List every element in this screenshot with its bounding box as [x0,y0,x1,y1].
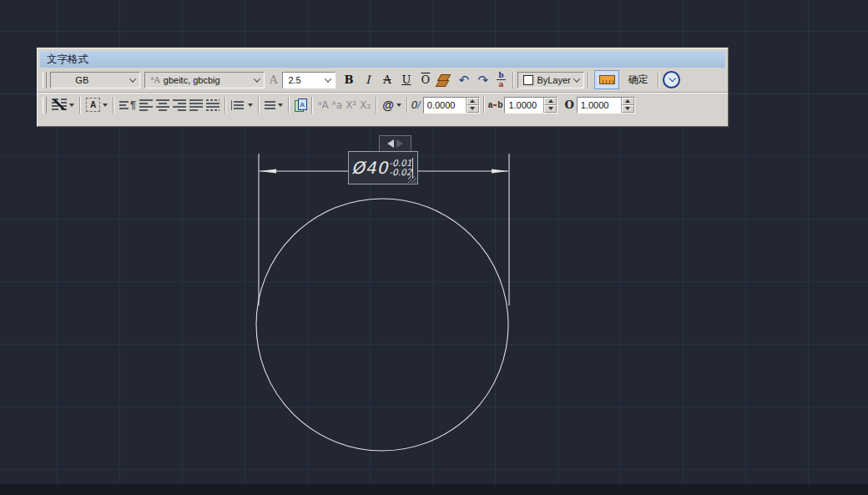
line-spacing-button[interactable] [230,96,255,114]
mtext-justification-button[interactable]: A [84,96,109,114]
spinner-buttons[interactable] [621,98,634,113]
grip-left-arrow-icon [387,139,394,148]
color-swatch [523,75,533,85]
dropdown-arrow-icon [69,104,74,107]
dropdown-arrow-icon [278,104,283,107]
dialog-title: 文字格式 [47,53,88,67]
separator [79,97,81,114]
oblique-angle-spinner[interactable]: 0.0000 [423,97,480,114]
separator [658,72,659,88]
color-value: ByLayer [537,75,570,85]
separator [376,97,377,114]
separator [288,97,290,114]
justification-icon: A [86,98,100,112]
justify-icon [189,99,203,111]
font-icon: ᴬA [150,75,160,84]
align-left-button[interactable] [138,96,154,114]
stack-top-letter: b [497,72,505,80]
dropdown-arrow-icon [103,104,108,107]
text-width-grip[interactable] [379,135,411,152]
spinner-buttons[interactable] [543,98,557,113]
redo-button[interactable]: ↷ [473,71,492,89]
brush-button[interactable] [435,71,454,89]
insert-symbol-button[interactable]: @ [381,96,403,114]
separator [406,97,408,114]
ok-button[interactable]: 确定 [621,73,654,87]
format-toolbar-row1: GB ᴬA gbeitc, gbcbig A 2.5 B I A U O [38,68,728,92]
align-right-icon [173,99,186,111]
width-factor-spinner[interactable]: 1.0000 [577,97,635,114]
paragraph-button[interactable]: ¶ [118,96,138,114]
stack-button[interactable]: b a [492,71,509,89]
redo-icon: ↷ [478,73,489,88]
undo-icon: ↶ [459,73,470,88]
circle-entity[interactable] [256,199,508,451]
align-center-icon [156,99,169,111]
spinner-buttons[interactable] [466,98,479,113]
lowercase-button[interactable]: ᴬa [331,96,345,114]
chevron-down-icon [128,78,138,83]
columns-button[interactable] [50,96,76,114]
dimension-arrow-right [492,169,508,173]
uppercase-button[interactable]: ᵃA [316,96,331,114]
oblique-angle-icon: 0/ [411,98,421,111]
text-color-combo[interactable]: ByLayer [517,72,584,88]
field-icon: A [295,98,306,111]
superscript-icon: X² [346,99,356,111]
align-right-button[interactable] [171,96,188,114]
numbering-icon [265,101,275,109]
oblique-angle-value: 0.0000 [424,98,466,113]
dimension-text: Ø40 [349,158,388,178]
toolbar-gripper[interactable] [43,72,47,88]
uppercase-icon: ᵃA [318,99,329,111]
text-height-combo[interactable]: 2.5 [282,72,336,88]
separator [483,97,485,114]
dialog-titlebar[interactable]: 文字格式 [40,51,725,68]
align-center-button[interactable] [154,96,171,114]
chevron-down-icon [252,78,262,83]
strikethrough-button[interactable]: A [377,71,396,89]
canvas-bottom-edge [0,484,868,495]
stack-bottom-letter: a [498,80,503,88]
grip-right-arrow-icon [396,139,403,148]
inplace-text-editor[interactable]: Ø40 -0.01 -0.02 [348,151,418,184]
tracking-value: 1.0000 [505,98,543,113]
subscript-icon: X₂ [360,99,371,111]
dropdown-arrow-icon [396,104,401,107]
separator [311,97,313,114]
ruler-toggle-button[interactable] [594,70,619,89]
line-spacing-arrow-icon [231,100,232,110]
underline-button[interactable]: U [396,71,416,89]
chevron-down-icon [323,78,333,83]
text-height-value: 2.5 [288,75,300,85]
font-combo[interactable]: ᴬA gbeitc, gbcbig [144,72,265,88]
overline-button[interactable]: O [416,71,435,89]
editor-resize-grip[interactable] [408,176,416,183]
at-symbol-icon: @ [382,98,394,112]
italic-button[interactable]: I [358,71,377,89]
tracking-spinner[interactable]: 1.0000 [504,97,558,114]
paragraph-lines-icon [119,101,129,109]
distribute-icon [206,99,220,111]
subscript-button[interactable]: X₂ [358,96,372,114]
tracking-icon: ab [488,100,503,109]
distribute-button[interactable] [204,96,221,114]
toolbar-gripper[interactable] [43,97,47,114]
autocad-canvas: Ø40 -0.01 -0.02 文字格式 GB ᴬA gbeitc, gbcbi… [0,0,868,495]
format-toolbar-row2: A ¶ [38,92,728,117]
justify-button[interactable] [188,96,204,114]
insert-field-button[interactable]: A [293,96,308,114]
superscript-button[interactable]: X² [344,96,358,114]
bold-button[interactable]: B [339,71,358,89]
width-factor-icon: O [564,98,573,111]
tolerance-stack: -0.01 -0.02 [389,159,411,177]
ruler-icon [599,75,615,84]
undo-button[interactable]: ↶ [454,71,473,89]
width-factor-value: 1.0000 [578,98,621,113]
pilcrow-icon: ¶ [130,99,136,111]
annotative-icon[interactable]: A [270,73,277,86]
options-button[interactable] [663,71,680,88]
separator [512,72,514,88]
numbering-button[interactable] [263,96,285,114]
text-style-combo[interactable]: GB [50,72,140,88]
